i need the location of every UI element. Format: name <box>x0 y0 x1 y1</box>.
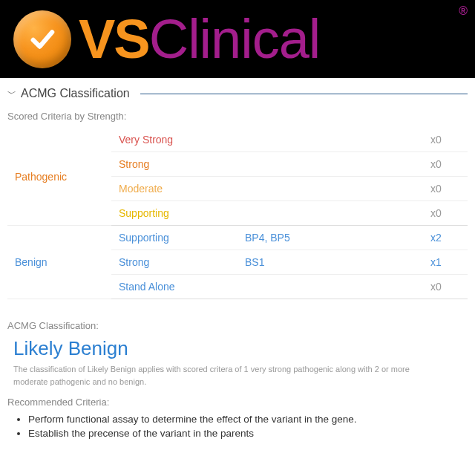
codes-cell <box>238 275 423 299</box>
count-cell: x1 <box>423 250 468 275</box>
codes-cell <box>238 201 423 226</box>
strength-cell: Strong <box>111 152 238 177</box>
registered-mark: ® <box>459 4 468 18</box>
scored-criteria-label: Scored Criteria by Strength: <box>7 111 468 122</box>
strength-cell: Stand Alone <box>111 275 238 299</box>
header-rule <box>140 94 468 94</box>
wordmark: VSClinical <box>79 12 320 67</box>
strength-cell: Supporting <box>111 226 238 250</box>
count-cell: x0 <box>423 152 468 177</box>
category-benign: Benign <box>7 226 111 299</box>
count-cell: x2 <box>423 226 468 250</box>
count-cell: x0 <box>423 275 468 299</box>
count-cell: x0 <box>423 128 468 152</box>
wordmark-clinical: Clinical <box>149 12 321 67</box>
classification-value: Likely Benign <box>13 337 468 360</box>
list-item: Perform functional assay to determine th… <box>28 414 468 425</box>
recommended-label: Recommended Criteria: <box>7 397 468 408</box>
strength-cell: Very Strong <box>111 128 238 152</box>
table-row: Pathogenic Very Strong x0 <box>7 128 468 152</box>
criteria-table: Pathogenic Very Strong x0 Strong x0 Mode… <box>7 128 468 299</box>
codes-cell <box>238 128 423 152</box>
section-header[interactable]: ﹀ ACMG Classification <box>7 87 468 100</box>
classification-label: ACMG Classification: <box>7 320 468 331</box>
category-pathogenic: Pathogenic <box>7 128 111 226</box>
count-cell: x0 <box>423 201 468 226</box>
strength-cell: Supporting <box>111 201 238 226</box>
logo-badge <box>13 10 71 68</box>
section-title: ACMG Classification <box>21 87 130 100</box>
codes-cell: BP4, BP5 <box>238 226 423 250</box>
recommended-list: Perform functional assay to determine th… <box>28 414 468 439</box>
classification-explain: The classification of Likely Benign appl… <box>13 363 429 388</box>
codes-cell: BS1 <box>238 250 423 275</box>
strength-cell: Moderate <box>111 177 238 201</box>
codes-cell <box>238 152 423 177</box>
wordmark-vs: VS <box>79 12 149 67</box>
list-item: Establish the precense of the variant in… <box>28 428 468 439</box>
strength-cell: Strong <box>111 250 238 275</box>
checkmark-icon <box>26 23 59 56</box>
brand-banner: VSClinical ® <box>0 0 475 78</box>
codes-cell <box>238 177 423 201</box>
count-cell: x0 <box>423 177 468 201</box>
table-row: Benign Supporting BP4, BP5 x2 <box>7 226 468 250</box>
chevron-down-icon: ﹀ <box>7 88 16 100</box>
